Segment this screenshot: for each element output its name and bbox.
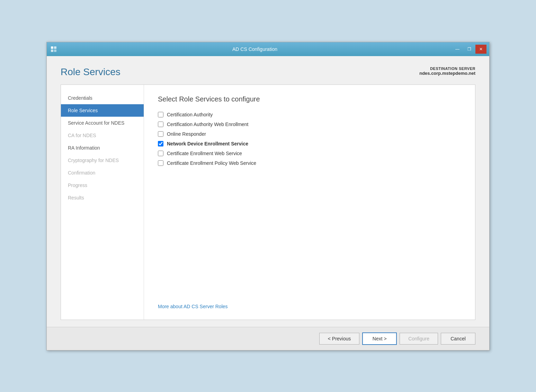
checkbox-list: Certification AuthorityCertification Aut…: [158, 112, 461, 166]
more-link[interactable]: More about AD CS Server Roles: [158, 297, 461, 309]
header-section: Role Services DESTINATION SERVER ndes.co…: [61, 66, 475, 78]
checkbox-item-3: Network Device Enrollment Service: [158, 141, 461, 146]
footer: < Previous Next > Configure Cancel: [47, 327, 489, 350]
configure-button[interactable]: Configure: [400, 333, 438, 345]
window-title: AD CS Configuration: [58, 46, 452, 52]
destination-value: ndes.corp.mstepdemo.net: [419, 71, 475, 76]
checkbox-0[interactable]: [158, 112, 163, 117]
svg-rect-0: [51, 46, 53, 49]
checkbox-item-2: Online Responder: [158, 131, 461, 137]
checkbox-2[interactable]: [158, 131, 163, 137]
checkbox-item-1: Certification Authority Web Enrollment: [158, 122, 461, 127]
minimize-button[interactable]: —: [452, 45, 463, 54]
sidebar: CredentialsRole ServicesService Account …: [61, 85, 144, 320]
window-icon: [50, 45, 58, 53]
checkbox-label-4: Certificate Enrollment Web Service: [167, 151, 242, 156]
destination-server: DESTINATION SERVER ndes.corp.mstepdemo.n…: [419, 66, 475, 76]
page-title: Role Services: [61, 66, 120, 78]
svg-rect-2: [51, 50, 53, 52]
main-body: CredentialsRole ServicesService Account …: [61, 84, 475, 320]
maximize-button[interactable]: ❐: [464, 45, 475, 54]
checkbox-item-5: Certificate Enrollment Policy Web Servic…: [158, 160, 461, 166]
section-title: Select Role Services to configure: [158, 95, 461, 103]
cancel-button[interactable]: Cancel: [441, 333, 475, 345]
checkbox-1[interactable]: [158, 122, 163, 127]
svg-rect-1: [54, 46, 56, 49]
right-panel: Select Role Services to configure Certif…: [144, 85, 475, 320]
svg-rect-3: [54, 50, 56, 52]
checkbox-label-1: Certification Authority Web Enrollment: [167, 122, 249, 127]
checkbox-label-5: Certificate Enrollment Policy Web Servic…: [167, 160, 256, 166]
window-controls: — ❐ ✕: [452, 45, 486, 54]
sidebar-item-credentials[interactable]: Credentials: [61, 92, 144, 104]
destination-label: DESTINATION SERVER: [419, 66, 475, 71]
checkbox-4[interactable]: [158, 151, 163, 156]
checkbox-label-2: Online Responder: [167, 131, 206, 137]
sidebar-item-service-account-for-ndes[interactable]: Service Account for NDES: [61, 117, 144, 129]
sidebar-item-ca-for-ndes: CA for NDES: [61, 129, 144, 142]
sidebar-item-confirmation: Confirmation: [61, 167, 144, 179]
titlebar: AD CS Configuration — ❐ ✕: [47, 42, 489, 56]
window: AD CS Configuration — ❐ ✕ Role Services …: [46, 42, 490, 350]
previous-button[interactable]: < Previous: [319, 333, 360, 345]
checkbox-label-3: Network Device Enrollment Service: [167, 141, 248, 146]
sidebar-item-cryptography-for-ndes: Cryptography for NDES: [61, 154, 144, 167]
close-button[interactable]: ✕: [475, 45, 486, 54]
next-button[interactable]: Next >: [362, 332, 397, 345]
checkbox-item-0: Certification Authority: [158, 112, 461, 117]
checkbox-3[interactable]: [158, 141, 163, 146]
checkbox-5[interactable]: [158, 160, 163, 166]
sidebar-item-results: Results: [61, 191, 144, 204]
checkbox-item-4: Certificate Enrollment Web Service: [158, 151, 461, 156]
sidebar-item-role-services[interactable]: Role Services: [61, 104, 144, 117]
content-area: Role Services DESTINATION SERVER ndes.co…: [47, 56, 489, 327]
sidebar-item-ra-information[interactable]: RA Information: [61, 142, 144, 154]
sidebar-item-progress: Progress: [61, 179, 144, 191]
checkbox-label-0: Certification Authority: [167, 112, 213, 117]
